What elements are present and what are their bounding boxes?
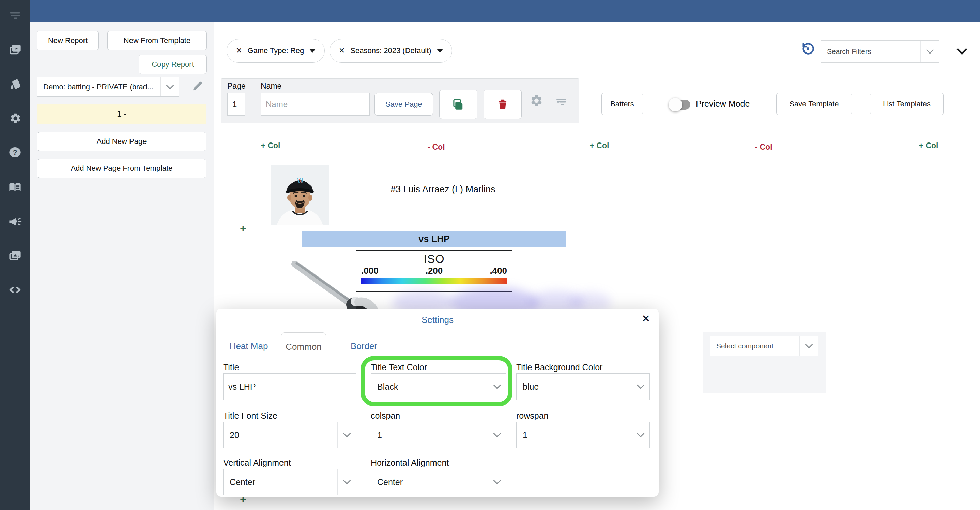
horizontal-alignment-select[interactable]: Center bbox=[371, 469, 506, 495]
add-row-button[interactable]: + bbox=[240, 222, 247, 235]
add-column-button[interactable]: + Col bbox=[247, 141, 294, 150]
page-toolbar: Page Name Save Page bbox=[221, 78, 579, 123]
title-font-size-value: 20 bbox=[224, 422, 337, 448]
code-icon[interactable] bbox=[8, 282, 22, 297]
title-background-color-select[interactable]: blue bbox=[516, 373, 650, 400]
remove-column-button[interactable]: - Col bbox=[740, 142, 788, 152]
colspan-value: 1 bbox=[371, 422, 488, 448]
chevron-down-icon[interactable] bbox=[488, 374, 506, 400]
preview-mode-toggle[interactable] bbox=[671, 100, 690, 110]
title-text-color-label: Title Text Color bbox=[371, 362, 427, 372]
save-page-button[interactable]: Save Page bbox=[374, 93, 433, 116]
chevron-down-icon[interactable] bbox=[488, 469, 506, 495]
settings-gear-icon[interactable] bbox=[8, 111, 22, 126]
copy-page-button[interactable] bbox=[439, 90, 477, 119]
filter-chip-game-type[interactable]: ✕ Game Type: Reg bbox=[227, 39, 325, 63]
chevron-down-icon[interactable] bbox=[488, 422, 506, 448]
horizontal-alignment-value: Center bbox=[371, 469, 488, 495]
search-filters-select[interactable]: Search Filters bbox=[821, 40, 939, 63]
add-new-page-button[interactable]: Add New Page bbox=[37, 132, 207, 151]
rowspan-label: rowspan bbox=[516, 411, 549, 421]
chevron-down-icon[interactable] bbox=[161, 77, 179, 96]
component-select[interactable]: Select component bbox=[710, 336, 818, 356]
chip-label: Game Type: Reg bbox=[247, 46, 304, 55]
page-list-item[interactable]: 1 - bbox=[37, 104, 207, 124]
colspan-select[interactable]: 1 bbox=[371, 422, 506, 448]
cards-icon[interactable] bbox=[8, 77, 22, 92]
player-photo bbox=[270, 165, 329, 225]
help-icon[interactable]: ? bbox=[8, 145, 22, 160]
page-filter-icon[interactable] bbox=[554, 95, 568, 107]
top-app-bar bbox=[30, 0, 980, 22]
announcements-megaphone-icon[interactable] bbox=[8, 214, 22, 229]
batter-illustration bbox=[290, 261, 389, 312]
edit-report-pencil-icon[interactable] bbox=[191, 79, 204, 93]
page-number-input[interactable] bbox=[227, 93, 245, 116]
component-title-banner[interactable]: vs LHP bbox=[302, 231, 566, 247]
images-icon[interactable] bbox=[8, 248, 22, 263]
vertical-alignment-value: Center bbox=[224, 469, 337, 495]
report-sidebar: New Report New From Template Copy Report… bbox=[30, 22, 214, 510]
chevron-down-icon[interactable] bbox=[631, 374, 649, 400]
modal-title: Settings bbox=[216, 315, 659, 325]
toggle-knob[interactable] bbox=[668, 98, 682, 112]
preview-mode-label: Preview Mode bbox=[696, 99, 750, 109]
chevron-down-icon[interactable] bbox=[631, 422, 649, 448]
report-select[interactable]: Demo: batting - PRIVATE (brad... bbox=[37, 77, 179, 97]
rowspan-value: 1 bbox=[517, 422, 631, 448]
component-select-value: Select component bbox=[710, 336, 799, 355]
tab-common[interactable]: Common bbox=[281, 332, 326, 367]
remove-filter-icon[interactable]: ✕ bbox=[339, 46, 345, 55]
chevron-down-icon[interactable] bbox=[920, 41, 939, 62]
add-new-page-from-template-button[interactable]: Add New Page From Template bbox=[37, 159, 207, 178]
remove-column-button[interactable]: - Col bbox=[412, 142, 460, 152]
new-report-button[interactable]: New Report bbox=[37, 31, 99, 51]
chip-label: Seasons: 2023 (Default) bbox=[350, 46, 431, 55]
page-label: Page bbox=[227, 81, 246, 91]
icon-rail: ? bbox=[0, 0, 30, 510]
vertical-alignment-label: Vertical Alignment bbox=[223, 458, 291, 468]
colspan-label: colspan bbox=[371, 411, 400, 421]
vertical-alignment-select[interactable]: Center bbox=[223, 469, 356, 495]
add-column-button[interactable]: + Col bbox=[576, 141, 623, 150]
remove-filter-icon[interactable]: ✕ bbox=[236, 46, 242, 55]
tab-border[interactable]: Border bbox=[345, 338, 383, 354]
filter-history-icon[interactable] bbox=[800, 41, 816, 57]
filter-icon[interactable] bbox=[8, 8, 22, 22]
name-label: Name bbox=[261, 81, 282, 91]
chip-caret-icon[interactable] bbox=[309, 49, 315, 53]
list-templates-button[interactable]: List Templates bbox=[870, 93, 943, 115]
new-from-template-button[interactable]: New From Template bbox=[107, 31, 207, 51]
collapse-filters-chevron-icon[interactable] bbox=[958, 46, 966, 53]
video-library-icon[interactable] bbox=[8, 42, 22, 57]
add-column-button[interactable]: + Col bbox=[905, 141, 952, 150]
title-field-label: Title bbox=[223, 362, 239, 372]
legend-tick-mid: .200 bbox=[426, 266, 443, 276]
svg-text:?: ? bbox=[13, 148, 17, 157]
title-text-color-value: Black bbox=[371, 374, 488, 400]
page-name-input[interactable] bbox=[261, 93, 370, 116]
manual-book-icon[interactable] bbox=[8, 180, 22, 194]
chip-caret-icon[interactable] bbox=[437, 49, 443, 53]
search-filters-value: Search Filters bbox=[821, 41, 920, 62]
title-font-size-select[interactable]: 20 bbox=[223, 422, 356, 448]
settings-modal: Settings ✕ Heat Map Border Common Title … bbox=[216, 309, 659, 497]
delete-page-button[interactable] bbox=[484, 90, 522, 119]
chevron-down-icon[interactable] bbox=[799, 336, 818, 355]
rowspan-select[interactable]: 1 bbox=[516, 422, 650, 448]
title-background-color-label: Title Background Color bbox=[516, 362, 603, 372]
page-settings-gear-icon[interactable] bbox=[528, 93, 544, 108]
legend-tick-max: .400 bbox=[490, 266, 507, 276]
batters-button[interactable]: Batters bbox=[601, 93, 643, 115]
filter-chip-seasons[interactable]: ✕ Seasons: 2023 (Default) bbox=[329, 39, 452, 63]
horizontal-alignment-label: Horizontal Alignment bbox=[371, 458, 449, 468]
chevron-down-icon[interactable] bbox=[337, 422, 356, 448]
modal-close-icon[interactable]: ✕ bbox=[642, 312, 650, 325]
tab-heat-map[interactable]: Heat Map bbox=[227, 338, 271, 354]
copy-report-button[interactable]: Copy Report bbox=[139, 54, 207, 74]
report-select-value: Demo: batting - PRIVATE (brad... bbox=[37, 77, 161, 96]
title-text-color-select[interactable]: Black bbox=[371, 373, 506, 400]
chevron-down-icon[interactable] bbox=[337, 469, 356, 495]
title-input[interactable] bbox=[223, 373, 356, 400]
save-template-button[interactable]: Save Template bbox=[776, 93, 852, 115]
